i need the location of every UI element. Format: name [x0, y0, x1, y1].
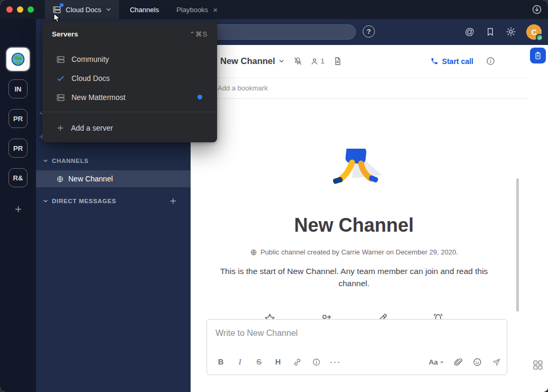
- member-icon: [310, 57, 319, 66]
- channel-intro: New Channel Public channel created by Ca…: [191, 99, 517, 336]
- channel-meta-line: Public channel created by Carrie Warner …: [191, 248, 517, 256]
- server-item-label: New Mattermost: [71, 93, 125, 102]
- status-online-badge: [536, 34, 543, 41]
- avatar-initial: C: [531, 28, 536, 37]
- bookmark-bar: Add a bookmark: [191, 78, 528, 99]
- emoji-smiley-icon[interactable]: [472, 357, 482, 367]
- section-label: CHANNELS: [52, 158, 89, 164]
- composer-right-controls: Aa: [429, 357, 501, 367]
- team-item-active-globe[interactable]: [6, 48, 30, 71]
- start-call-button[interactable]: Start call: [430, 57, 473, 66]
- server-item-new-mattermost[interactable]: New Mattermost: [42, 88, 217, 107]
- channel-meta-text: Public channel created by Carrie Warner …: [260, 248, 458, 256]
- link-icon: [293, 358, 302, 367]
- apps-grid-icon[interactable]: [532, 359, 544, 371]
- send-message-icon[interactable]: [491, 357, 501, 367]
- channels-section-header[interactable]: CHANNELS: [36, 154, 191, 167]
- member-count: 1: [321, 57, 325, 65]
- main-content: New Channel 1 Start call Add a bookmark: [191, 45, 548, 392]
- globe-team-icon: [10, 51, 26, 67]
- heading-button[interactable]: H: [268, 355, 288, 369]
- servers-menu-header: Servers ⌃⌘S: [42, 24, 217, 43]
- check-icon: [56, 74, 65, 83]
- section-label: DIRECT MESSAGES: [52, 198, 116, 204]
- channel-item-new-channel[interactable]: New Channel: [36, 170, 191, 187]
- formatting-toggle-button[interactable]: Aa: [429, 358, 444, 366]
- team-initials: R&: [13, 174, 23, 182]
- chevron-down-icon: [278, 58, 285, 65]
- update-download-icon[interactable]: [532, 4, 542, 15]
- bold-button[interactable]: B: [211, 355, 230, 369]
- close-tab-icon[interactable]: ×: [213, 6, 218, 14]
- chevron-down-icon: [42, 198, 49, 204]
- mentions-icon[interactable]: @: [464, 26, 475, 37]
- team-item[interactable]: PR: [8, 139, 28, 158]
- phone-icon: [430, 57, 438, 65]
- chevron-up-icon: [439, 360, 444, 364]
- add-server-button[interactable]: Add a server: [42, 117, 217, 139]
- info-icon: [312, 358, 321, 367]
- titlebar: Cloud Docs Channels Playbooks ×: [0, 0, 548, 19]
- direct-messages-section-header[interactable]: DIRECT MESSAGES: [36, 195, 191, 207]
- server-item-cloud-docs-selected[interactable]: Cloud Docs: [42, 69, 217, 88]
- help-icon[interactable]: ?: [363, 25, 375, 38]
- channel-title: New Channel: [220, 56, 275, 66]
- servers-menu-items: Community Cloud Docs New Mattermost: [42, 50, 217, 107]
- start-call-label: Start call: [442, 57, 473, 66]
- team-sidebar: IN PR PR R&: [0, 19, 36, 392]
- channel-intro-body: This is the start of New Channel. Any te…: [209, 266, 499, 290]
- saved-posts-icon[interactable]: [485, 26, 496, 37]
- chevron-down-icon: [42, 158, 49, 164]
- server-item-community[interactable]: Community: [42, 50, 217, 69]
- tab-channels[interactable]: Channels: [123, 0, 166, 19]
- add-server-label: Add a server: [71, 124, 113, 132]
- plus-icon: [14, 205, 23, 214]
- avatar[interactable]: C: [526, 24, 542, 40]
- globe-icon: [56, 175, 64, 183]
- add-team-button[interactable]: [8, 201, 28, 217]
- message-composer[interactable]: Write to New Channel B I S H ··· Aa: [206, 319, 507, 375]
- team-initials: IN: [15, 85, 22, 93]
- channel-intro-illustration: [322, 149, 386, 204]
- attach-paperclip-icon[interactable]: [453, 357, 463, 367]
- close-window-button[interactable]: [6, 6, 13, 13]
- pinned-files-icon[interactable]: [333, 56, 343, 66]
- channel-members-button[interactable]: 1: [310, 57, 325, 66]
- channel-title-dropdown[interactable]: New Channel: [220, 56, 285, 66]
- add-bookmark-button[interactable]: Add a bookmark: [218, 84, 268, 92]
- italic-button[interactable]: I: [230, 355, 249, 369]
- tab-playbooks[interactable]: Playbooks ×: [169, 0, 224, 19]
- strikethrough-button[interactable]: S: [249, 355, 268, 369]
- unread-dot: [60, 3, 64, 7]
- mouse-cursor: [52, 13, 61, 24]
- server-icon: [56, 93, 65, 102]
- settings-gear-icon[interactable]: [506, 26, 516, 37]
- channel-info-icon[interactable]: [486, 56, 496, 66]
- channel-name: New Channel: [68, 175, 113, 183]
- mute-bell-icon[interactable]: [293, 56, 303, 66]
- mattermost-window: Cloud Docs Channels Playbooks × ? @ C: [0, 0, 548, 392]
- tab-label: Playbooks: [176, 6, 208, 14]
- channel-header: New Channel 1 Start call: [191, 45, 528, 78]
- servers-menu-title: Servers: [52, 30, 78, 38]
- more-formatting-button[interactable]: ···: [326, 355, 345, 369]
- team-item[interactable]: R&: [8, 168, 28, 187]
- info-button[interactable]: [307, 355, 326, 369]
- scrollbar-thumb[interactable]: [516, 178, 519, 312]
- formatting-toggle-label: Aa: [429, 358, 438, 366]
- servers-dropdown-menu: Servers ⌃⌘S Community Cloud Docs New Mat…: [42, 21, 217, 142]
- add-direct-message-button[interactable]: [169, 197, 177, 205]
- playbooks-app-icon[interactable]: [530, 48, 546, 63]
- search-input[interactable]: [209, 24, 356, 40]
- link-button[interactable]: [288, 355, 307, 369]
- globe-icon: [250, 249, 257, 256]
- chevron-down-icon: [105, 6, 112, 13]
- team-item[interactable]: PR: [8, 109, 28, 128]
- tab-label: Channels: [130, 6, 159, 14]
- minimize-window-button[interactable]: [17, 6, 23, 13]
- plus-icon: [56, 124, 65, 132]
- maximize-window-button[interactable]: [28, 6, 34, 13]
- channel-intro-title: New Channel: [191, 214, 517, 236]
- team-item[interactable]: IN: [8, 79, 28, 98]
- message-input-placeholder[interactable]: Write to New Channel: [207, 320, 507, 338]
